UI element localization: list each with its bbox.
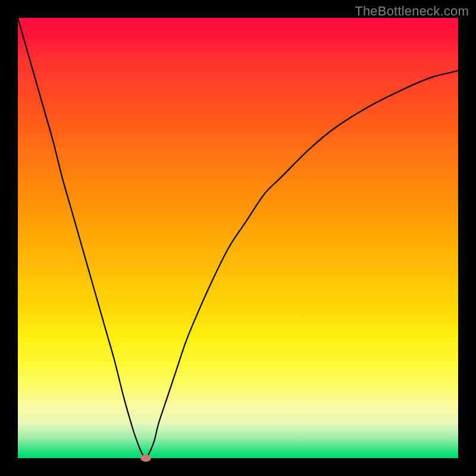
watermark-text: TheBottleneck.com bbox=[355, 4, 469, 19]
chart-frame: TheBottleneck.com bbox=[0, 0, 476, 476]
sweet-spot-marker bbox=[140, 455, 151, 462]
plot-area bbox=[18, 18, 458, 458]
bottleneck-curve bbox=[18, 18, 458, 458]
